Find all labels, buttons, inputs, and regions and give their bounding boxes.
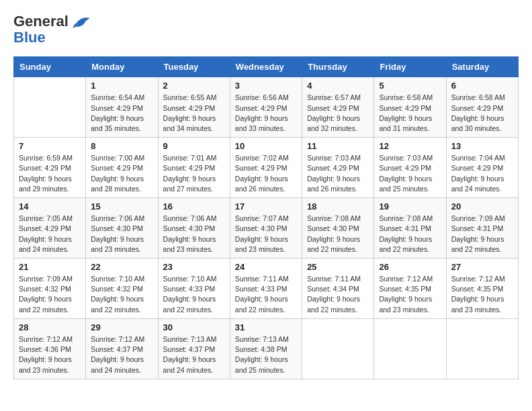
day-number: 22 (91, 262, 152, 272)
calendar-cell: 5Sunrise: 6:58 AMSunset: 4:29 PMDaylight… (374, 77, 446, 138)
page-header: General Blue (13, 13, 519, 46)
day-number: 26 (379, 262, 441, 272)
calendar-cell: 19Sunrise: 7:08 AMSunset: 4:31 PMDayligh… (374, 198, 446, 259)
day-number: 6 (451, 81, 513, 91)
calendar-cell: 20Sunrise: 7:09 AMSunset: 4:31 PMDayligh… (446, 198, 518, 259)
calendar-cell: 2Sunrise: 6:55 AMSunset: 4:29 PMDaylight… (158, 77, 230, 138)
calendar-cell (446, 318, 518, 379)
calendar-cell: 21Sunrise: 7:09 AMSunset: 4:32 PMDayligh… (14, 259, 86, 319)
day-number: 5 (379, 81, 441, 91)
calendar-cell: 26Sunrise: 7:12 AMSunset: 4:35 PMDayligh… (374, 259, 446, 319)
calendar-table: SundayMondayTuesdayWednesdayThursdayFrid… (13, 56, 519, 379)
day-number: 25 (307, 262, 369, 272)
day-number: 12 (379, 141, 441, 151)
day-info: Sunrise: 6:55 AMSunset: 4:29 PMDaylight:… (163, 93, 225, 134)
logo: General Blue (13, 13, 91, 46)
day-info: Sunrise: 7:12 AMSunset: 4:35 PMDaylight:… (451, 274, 513, 315)
calendar-cell: 9Sunrise: 7:01 AMSunset: 4:29 PMDaylight… (158, 138, 230, 198)
calendar-cell: 14Sunrise: 7:05 AMSunset: 4:29 PMDayligh… (14, 198, 86, 259)
calendar-week-row: 1Sunrise: 6:54 AMSunset: 4:29 PMDaylight… (14, 77, 519, 138)
column-header-thursday: Thursday (302, 57, 374, 77)
calendar-header-row: SundayMondayTuesdayWednesdayThursdayFrid… (14, 57, 519, 77)
calendar-cell: 15Sunrise: 7:06 AMSunset: 4:30 PMDayligh… (86, 198, 158, 259)
day-info: Sunrise: 7:13 AMSunset: 4:38 PMDaylight:… (235, 334, 297, 375)
calendar-cell: 24Sunrise: 7:11 AMSunset: 4:33 PMDayligh… (230, 259, 302, 319)
logo-bird-icon (71, 15, 91, 34)
calendar-cell: 18Sunrise: 7:08 AMSunset: 4:30 PMDayligh… (302, 198, 374, 259)
day-number: 2 (163, 81, 225, 91)
calendar-cell: 16Sunrise: 7:06 AMSunset: 4:30 PMDayligh… (158, 198, 230, 259)
day-info: Sunrise: 6:59 AMSunset: 4:29 PMDaylight:… (19, 153, 81, 194)
day-info: Sunrise: 7:01 AMSunset: 4:29 PMDaylight:… (163, 153, 225, 194)
calendar-cell: 30Sunrise: 7:13 AMSunset: 4:37 PMDayligh… (158, 318, 230, 379)
day-number: 11 (307, 141, 369, 151)
calendar-cell: 22Sunrise: 7:10 AMSunset: 4:32 PMDayligh… (86, 259, 158, 319)
calendar-cell: 6Sunrise: 6:58 AMSunset: 4:29 PMDaylight… (446, 77, 518, 138)
day-number: 10 (235, 141, 297, 151)
day-number: 8 (91, 141, 152, 151)
day-info: Sunrise: 6:57 AMSunset: 4:29 PMDaylight:… (307, 93, 369, 134)
calendar-cell (302, 318, 374, 379)
column-header-wednesday: Wednesday (230, 57, 302, 77)
day-info: Sunrise: 7:12 AMSunset: 4:37 PMDaylight:… (91, 334, 152, 375)
logo-general: General (13, 13, 69, 30)
day-number: 13 (451, 141, 513, 151)
calendar-cell: 23Sunrise: 7:10 AMSunset: 4:33 PMDayligh… (158, 259, 230, 319)
day-info: Sunrise: 6:58 AMSunset: 4:29 PMDaylight:… (451, 93, 513, 134)
column-header-saturday: Saturday (446, 57, 518, 77)
logo-blue: Blue (13, 29, 46, 46)
day-number: 18 (307, 201, 369, 212)
day-info: Sunrise: 7:07 AMSunset: 4:30 PMDaylight:… (235, 214, 297, 255)
day-number: 15 (91, 201, 152, 212)
calendar-week-row: 21Sunrise: 7:09 AMSunset: 4:32 PMDayligh… (14, 259, 519, 319)
day-info: Sunrise: 7:04 AMSunset: 4:29 PMDaylight:… (451, 153, 513, 194)
calendar-cell: 12Sunrise: 7:03 AMSunset: 4:29 PMDayligh… (374, 138, 446, 198)
calendar-cell: 1Sunrise: 6:54 AMSunset: 4:29 PMDaylight… (86, 77, 158, 138)
day-info: Sunrise: 7:02 AMSunset: 4:29 PMDaylight:… (235, 153, 297, 194)
day-info: Sunrise: 7:06 AMSunset: 4:30 PMDaylight:… (163, 214, 225, 255)
day-number: 23 (163, 262, 225, 272)
calendar-cell: 25Sunrise: 7:11 AMSunset: 4:34 PMDayligh… (302, 259, 374, 319)
day-info: Sunrise: 7:03 AMSunset: 4:29 PMDaylight:… (379, 153, 441, 194)
day-info: Sunrise: 6:54 AMSunset: 4:29 PMDaylight:… (91, 93, 152, 134)
calendar-cell: 17Sunrise: 7:07 AMSunset: 4:30 PMDayligh… (230, 198, 302, 259)
day-number: 17 (235, 201, 297, 212)
day-number: 1 (91, 81, 152, 91)
day-info: Sunrise: 7:09 AMSunset: 4:32 PMDaylight:… (19, 274, 81, 315)
calendar-cell: 8Sunrise: 7:00 AMSunset: 4:29 PMDaylight… (86, 138, 158, 198)
day-info: Sunrise: 7:08 AMSunset: 4:30 PMDaylight:… (307, 214, 369, 255)
day-info: Sunrise: 7:10 AMSunset: 4:33 PMDaylight:… (163, 274, 225, 315)
day-number: 27 (451, 262, 513, 272)
calendar-cell: 3Sunrise: 6:56 AMSunset: 4:29 PMDaylight… (230, 77, 302, 138)
day-info: Sunrise: 7:12 AMSunset: 4:36 PMDaylight:… (19, 334, 81, 375)
day-number: 30 (163, 322, 225, 332)
day-number: 21 (19, 262, 81, 272)
column-header-sunday: Sunday (14, 57, 86, 77)
day-number: 7 (19, 141, 81, 151)
calendar-cell: 4Sunrise: 6:57 AMSunset: 4:29 PMDaylight… (302, 77, 374, 138)
day-info: Sunrise: 7:10 AMSunset: 4:32 PMDaylight:… (91, 274, 152, 315)
day-info: Sunrise: 7:11 AMSunset: 4:34 PMDaylight:… (307, 274, 369, 315)
day-number: 4 (307, 81, 369, 91)
day-info: Sunrise: 7:06 AMSunset: 4:30 PMDaylight:… (91, 214, 152, 255)
day-number: 31 (235, 322, 297, 332)
calendar-week-row: 14Sunrise: 7:05 AMSunset: 4:29 PMDayligh… (14, 198, 519, 259)
column-header-monday: Monday (86, 57, 158, 77)
day-info: Sunrise: 7:05 AMSunset: 4:29 PMDaylight:… (19, 214, 81, 255)
calendar-cell: 28Sunrise: 7:12 AMSunset: 4:36 PMDayligh… (14, 318, 86, 379)
day-info: Sunrise: 7:11 AMSunset: 4:33 PMDaylight:… (235, 274, 297, 315)
day-number: 28 (19, 322, 81, 332)
calendar-week-row: 7Sunrise: 6:59 AMSunset: 4:29 PMDaylight… (14, 138, 519, 198)
calendar-cell: 10Sunrise: 7:02 AMSunset: 4:29 PMDayligh… (230, 138, 302, 198)
day-number: 3 (235, 81, 297, 91)
day-number: 9 (163, 141, 225, 151)
column-header-tuesday: Tuesday (158, 57, 230, 77)
day-number: 20 (451, 201, 513, 212)
day-number: 29 (91, 322, 152, 332)
day-info: Sunrise: 7:12 AMSunset: 4:35 PMDaylight:… (379, 274, 441, 315)
calendar-cell (374, 318, 446, 379)
day-info: Sunrise: 7:00 AMSunset: 4:29 PMDaylight:… (91, 153, 152, 194)
calendar-cell: 7Sunrise: 6:59 AMSunset: 4:29 PMDaylight… (14, 138, 86, 198)
column-header-friday: Friday (374, 57, 446, 77)
calendar-cell: 29Sunrise: 7:12 AMSunset: 4:37 PMDayligh… (86, 318, 158, 379)
